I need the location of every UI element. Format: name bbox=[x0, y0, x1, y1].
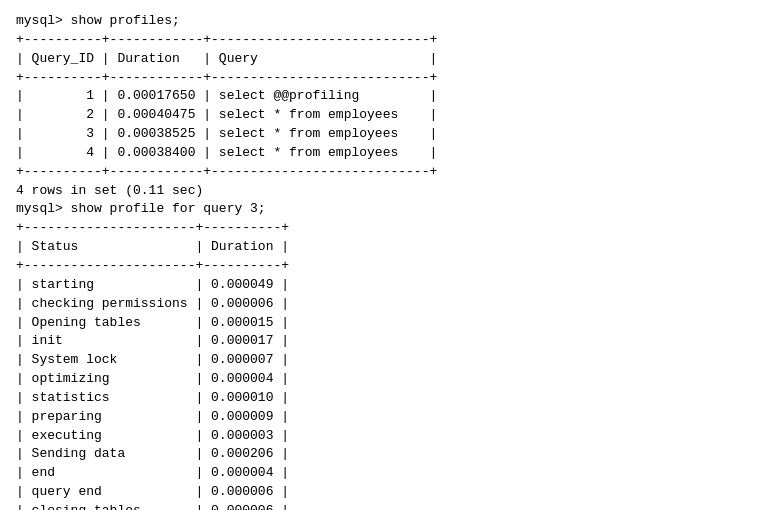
terminal-line-prow7: | statistics | 0.000010 | bbox=[16, 389, 752, 408]
terminal-line-prow13: | closing tables | 0.000006 | bbox=[16, 502, 752, 510]
terminal-line-divider3: +----------+------------+---------------… bbox=[16, 163, 752, 182]
terminal-line-prow8: | preparing | 0.000009 | bbox=[16, 408, 752, 427]
terminal-line-prow6: | optimizing | 0.000004 | bbox=[16, 370, 752, 389]
terminal-line-header1: | Query_ID | Duration | Query | bbox=[16, 50, 752, 69]
terminal-line-prow2: | checking permissions | 0.000006 | bbox=[16, 295, 752, 314]
terminal-line-divider4: +----------------------+----------+ bbox=[16, 219, 752, 238]
terminal-line-divider2: +----------+------------+---------------… bbox=[16, 69, 752, 88]
terminal-line-prow10: | Sending data | 0.000206 | bbox=[16, 445, 752, 464]
terminal-line-row4: | 4 | 0.00038400 | select * from employe… bbox=[16, 144, 752, 163]
terminal-line-prow11: | end | 0.000004 | bbox=[16, 464, 752, 483]
terminal-line-prow3: | Opening tables | 0.000015 | bbox=[16, 314, 752, 333]
terminal-output: mysql> show profiles;+----------+-------… bbox=[16, 12, 752, 510]
terminal-line-prow12: | query end | 0.000006 | bbox=[16, 483, 752, 502]
terminal-line-cmd1: mysql> show profiles; bbox=[16, 12, 752, 31]
terminal-line-row3: | 3 | 0.00038525 | select * from employe… bbox=[16, 125, 752, 144]
terminal-line-cmd2: mysql> show profile for query 3; bbox=[16, 200, 752, 219]
terminal-line-header2: | Status | Duration | bbox=[16, 238, 752, 257]
terminal-line-row1: | 1 | 0.00017650 | select @@profiling | bbox=[16, 87, 752, 106]
terminal-line-prow5: | System lock | 0.000007 | bbox=[16, 351, 752, 370]
terminal-line-divider1: +----------+------------+---------------… bbox=[16, 31, 752, 50]
terminal-line-prow1: | starting | 0.000049 | bbox=[16, 276, 752, 295]
terminal-line-summary1: 4 rows in set (0.11 sec) bbox=[16, 182, 752, 201]
terminal-line-divider5: +----------------------+----------+ bbox=[16, 257, 752, 276]
terminal-line-prow4: | init | 0.000017 | bbox=[16, 332, 752, 351]
terminal-line-row2: | 2 | 0.00040475 | select * from employe… bbox=[16, 106, 752, 125]
terminal-line-prow9: | executing | 0.000003 | bbox=[16, 427, 752, 446]
